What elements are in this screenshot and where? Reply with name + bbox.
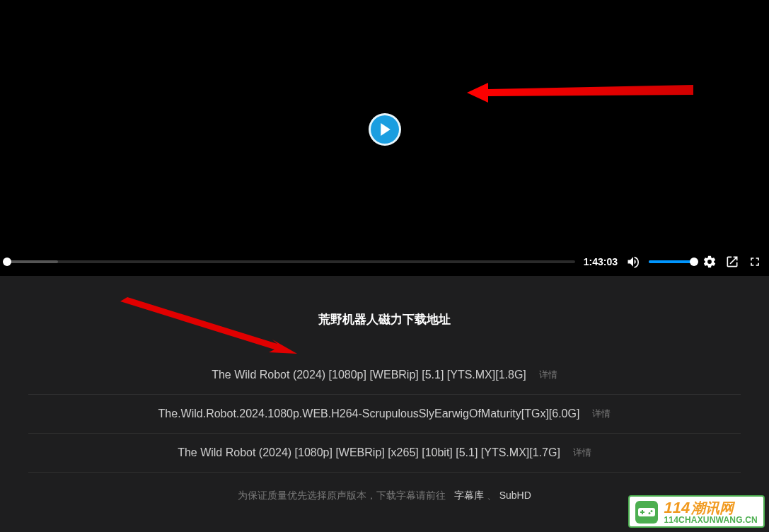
download-name[interactable]: The.Wild.Robot.2024.1080p.WEB.H264-Scrup…	[158, 407, 580, 420]
watermark-url: 114CHAXUNWANG.CN	[664, 516, 758, 524]
play-icon	[380, 123, 391, 136]
duration-label: 1:43:03	[584, 256, 618, 267]
watermark-cn: 潮讯网	[691, 501, 734, 515]
watermark-text: 114 潮讯网 114CHAXUNWANG.CN	[664, 500, 758, 524]
subtitle-link-subhd[interactable]: SubHD	[499, 490, 531, 501]
volume-icon	[626, 255, 640, 269]
volume-slider[interactable]	[649, 260, 694, 263]
downloads-section: 荒野机器人磁力下载地址 The Wild Robot (2024) [1080p…	[0, 276, 769, 519]
download-detail-link[interactable]: 详情	[539, 369, 557, 381]
download-detail-link[interactable]: 详情	[592, 407, 611, 420]
watermark-number: 114	[664, 500, 690, 516]
player-controls: 1:43:03	[0, 248, 769, 276]
pip-button[interactable]	[725, 255, 739, 269]
gear-icon	[702, 255, 717, 269]
download-name[interactable]: The Wild Robot (2024) [1080p] [WEBRip] […	[178, 446, 560, 459]
video-player: 1:43:03	[0, 0, 769, 276]
annotation-arrow-icon	[467, 73, 693, 115]
volume-fill	[649, 260, 694, 263]
progress-buffer	[7, 260, 58, 263]
downloads-title: 荒野机器人磁力下载地址	[28, 311, 741, 328]
popout-icon	[725, 255, 739, 269]
volume-thumb[interactable]	[690, 258, 698, 266]
volume-button[interactable]	[626, 255, 640, 269]
download-item: The Wild Robot (2024) [1080p] [WEBRip] […	[28, 434, 741, 473]
play-button[interactable]	[369, 113, 401, 146]
download-item: The.Wild.Robot.2024.1080p.WEB.H264-Scrup…	[28, 395, 741, 434]
fullscreen-button[interactable]	[748, 255, 762, 269]
svg-marker-0	[467, 83, 693, 103]
download-name[interactable]: The Wild Robot (2024) [1080p] [WEBRip] […	[212, 369, 526, 381]
progress-thumb[interactable]	[3, 258, 11, 266]
progress-slider[interactable]	[7, 260, 575, 263]
fullscreen-icon	[748, 255, 762, 269]
note-prefix: 为保证质量优先选择原声版本，下载字幕请前往	[238, 490, 446, 501]
site-watermark: 114 潮讯网 114CHAXUNWANG.CN	[628, 495, 765, 528]
gamepad-icon	[635, 501, 658, 524]
subtitle-link-zimuku[interactable]: 字幕库	[454, 490, 484, 501]
download-detail-link[interactable]: 详情	[573, 446, 591, 459]
download-item: The Wild Robot (2024) [1080p] [WEBRip] […	[28, 356, 741, 395]
settings-button[interactable]	[702, 255, 717, 269]
separator: 、	[487, 490, 497, 501]
